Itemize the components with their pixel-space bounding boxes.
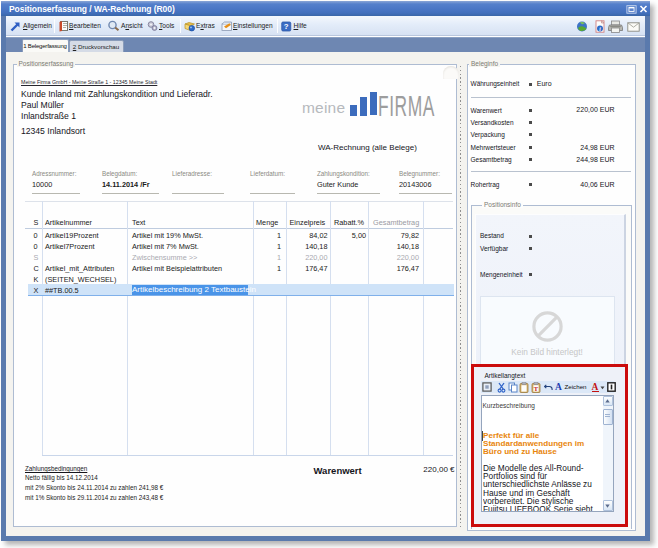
svg-text:?: ? [284,22,289,31]
